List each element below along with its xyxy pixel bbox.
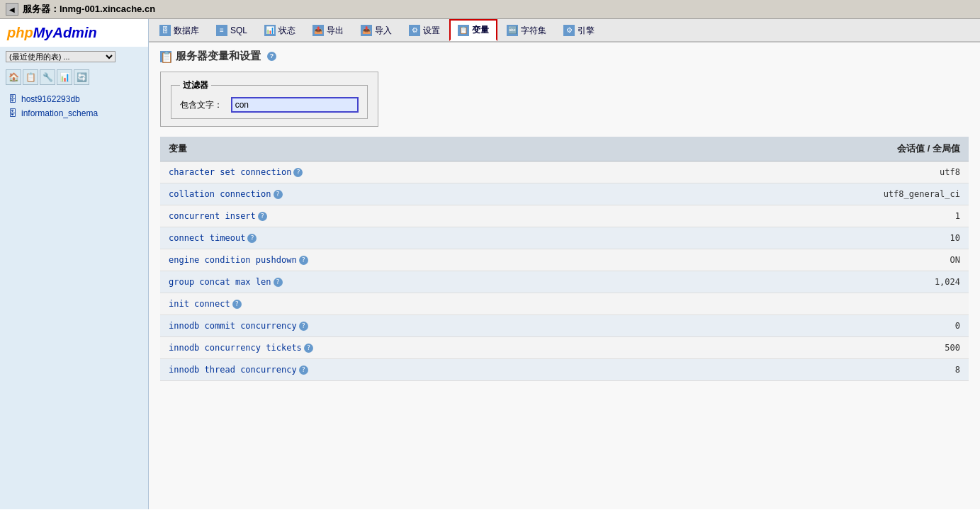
- table-header: 变量 会话值 / 全局值: [160, 137, 969, 162]
- tab-sql[interactable]: ≡ SQL: [208, 19, 255, 41]
- server-title: 服务器：lnmg-001.xincache.cn: [23, 3, 155, 16]
- table-row: engine condition pushdown?ON: [160, 249, 969, 271]
- tab-export-label: 导出: [327, 25, 344, 37]
- filter-label: 包含文字：: [180, 100, 223, 110]
- filter-legend: 过滤器: [180, 79, 211, 91]
- table-row: innodb commit concurrency?0: [160, 315, 969, 337]
- var-value-cell: 0: [672, 315, 969, 337]
- var-value-cell: utf8: [672, 162, 969, 183]
- refresh-icon[interactable]: 🔄: [74, 69, 89, 85]
- var-help-icon[interactable]: ?: [299, 322, 308, 331]
- db-name-2: information_schema: [21, 108, 98, 118]
- logo-area: phpMyAdmin: [0, 19, 148, 47]
- tab-export-icon: 📤: [312, 25, 324, 36]
- table-row: innodb concurrency tickets?500: [160, 337, 969, 359]
- tab-engines-icon: ⚙: [563, 25, 575, 36]
- recent-tables-dropdown[interactable]: (最近使用的表) ...: [6, 51, 116, 62]
- var-name-text[interactable]: innodb commit concurrency: [169, 321, 297, 331]
- col-value: 会话值 / 全局值: [672, 137, 969, 162]
- tab-settings-label: 设置: [423, 25, 440, 37]
- db-icon-2: 🗄: [9, 108, 18, 118]
- table-row: group concat max len?1,024: [160, 271, 969, 293]
- var-name-text[interactable]: init connect: [169, 299, 230, 309]
- chart-icon[interactable]: 📊: [57, 69, 72, 85]
- table-row: innodb thread concurrency?8: [160, 359, 969, 381]
- var-help-icon[interactable]: ?: [247, 234, 257, 243]
- var-name-text[interactable]: collation connection: [169, 189, 271, 199]
- tab-charset[interactable]: 🔤 字符集: [499, 19, 554, 41]
- var-name-cell: engine condition pushdown?: [160, 249, 672, 271]
- var-name-cell: init connect?: [160, 293, 672, 315]
- var-name-cell: innodb concurrency tickets?: [160, 337, 672, 359]
- var-value-cell: 500: [672, 337, 969, 359]
- tab-databases-icon: 🗄: [159, 25, 171, 36]
- col-variable: 变量: [160, 137, 672, 162]
- home-icon[interactable]: 🏠: [6, 69, 21, 85]
- var-name-text[interactable]: innodb concurrency tickets: [169, 343, 302, 353]
- tab-charset-label: 字符集: [521, 25, 546, 37]
- db-item-information-schema[interactable]: 🗄 information_schema: [0, 106, 148, 120]
- tab-bar: 🗄 数据库 ≡ SQL 📊 状态 📤 导出 📥 导入 ⚙ 设置: [149, 19, 980, 42]
- var-help-icon[interactable]: ?: [293, 168, 303, 177]
- table-row: character set connection?utf8: [160, 162, 969, 183]
- var-name-text[interactable]: concurrent insert: [169, 211, 256, 221]
- var-name-text[interactable]: character set connection: [169, 167, 291, 177]
- tab-engines[interactable]: ⚙ 引擎: [556, 19, 602, 41]
- var-name-text[interactable]: connect timeout: [169, 233, 245, 243]
- tab-import-label: 导入: [375, 25, 392, 37]
- table-body: character set connection?utf8collation c…: [160, 162, 969, 381]
- tab-engines-label: 引擎: [578, 25, 595, 37]
- main-content: 🗄 数据库 ≡ SQL 📊 状态 📤 导出 📥 导入 ⚙ 设置: [149, 19, 980, 509]
- var-name-cell: connect timeout?: [160, 227, 672, 249]
- page-title-icon: 📋: [160, 51, 171, 62]
- var-value-cell: 8: [672, 359, 969, 381]
- var-value-cell: [672, 293, 969, 315]
- var-value-cell: utf8_general_ci: [672, 183, 969, 205]
- var-help-icon[interactable]: ?: [299, 256, 308, 265]
- var-name-text[interactable]: group concat max len: [169, 277, 271, 287]
- var-help-icon[interactable]: ?: [258, 212, 267, 221]
- tab-status-label: 状态: [278, 25, 295, 37]
- page-title-help-icon[interactable]: ?: [267, 52, 276, 61]
- filter-input[interactable]: [231, 97, 359, 113]
- nav-icons-bar: 🏠 📋 🔧 📊 🔄: [0, 67, 148, 88]
- var-name-cell: innodb commit concurrency?: [160, 315, 672, 337]
- filter-box: 过滤器 包含文字：: [160, 72, 378, 127]
- var-value-cell: 1: [672, 205, 969, 227]
- tab-settings[interactable]: ⚙ 设置: [401, 19, 448, 41]
- db-item-host9162293db[interactable]: 🗄 host9162293db: [0, 92, 148, 106]
- var-help-icon[interactable]: ?: [299, 366, 308, 375]
- page-body: 📋 服务器变量和设置 ? 过滤器 包含文字： 变量 会话值 / 全局值: [149, 42, 980, 388]
- var-value-cell: 10: [672, 227, 969, 249]
- var-name-cell: group concat max len?: [160, 271, 672, 293]
- db-name-1: host9162293db: [21, 94, 80, 104]
- table-header-row: 变量 会话值 / 全局值: [160, 137, 969, 162]
- var-name-cell: character set connection?: [160, 162, 672, 183]
- var-help-icon[interactable]: ?: [274, 278, 283, 287]
- var-value-cell: ON: [672, 249, 969, 271]
- var-value-cell: 1,024: [672, 271, 969, 293]
- tab-export[interactable]: 📤 导出: [305, 19, 351, 41]
- filter-fieldset: 过滤器 包含文字：: [171, 79, 368, 119]
- var-name-text[interactable]: innodb thread concurrency: [169, 365, 297, 375]
- settings-icon[interactable]: 🔧: [40, 69, 55, 85]
- tab-status[interactable]: 📊 状态: [257, 19, 303, 41]
- tab-databases-label: 数据库: [174, 25, 199, 37]
- titlebar: ◀ 服务器：lnmg-001.xincache.cn: [0, 0, 980, 19]
- var-help-icon[interactable]: ?: [232, 300, 242, 309]
- var-name-cell: collation connection?: [160, 183, 672, 205]
- collapse-button[interactable]: ◀: [6, 3, 18, 16]
- tab-import[interactable]: 📥 导入: [353, 19, 400, 41]
- tab-import-icon: 📥: [361, 25, 372, 36]
- tab-settings-icon: ⚙: [409, 25, 420, 36]
- db-icon-1: 🗄: [9, 94, 18, 104]
- tables-icon[interactable]: 📋: [23, 69, 38, 85]
- tab-variables[interactable]: 📋 变量: [449, 19, 497, 41]
- page-title-text: 服务器变量和设置: [176, 50, 261, 63]
- var-help-icon[interactable]: ?: [274, 190, 283, 199]
- tab-status-icon: 📊: [264, 25, 276, 36]
- var-help-icon[interactable]: ?: [304, 344, 313, 353]
- tab-databases[interactable]: 🗄 数据库: [152, 19, 207, 41]
- var-name-text[interactable]: engine condition pushdown: [169, 255, 297, 265]
- variables-table: 变量 会话值 / 全局值 character set connection?ut…: [160, 137, 969, 381]
